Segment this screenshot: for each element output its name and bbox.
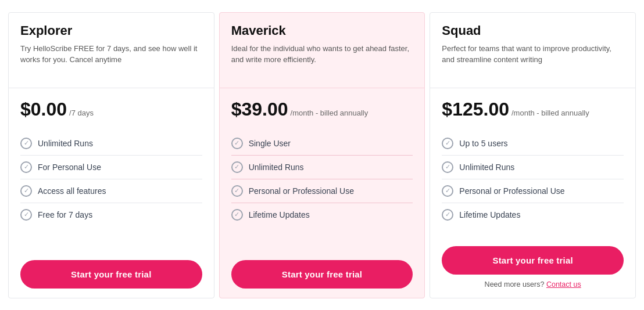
plan-description-explorer: Try HelloScribe FREE for 7 days, and see… — [20, 43, 202, 66]
list-item: ✓Unlimited Runs — [442, 155, 624, 179]
feature-label: Unlimited Runs — [38, 139, 93, 148]
list-item: ✓Lifetime Updates — [442, 203, 624, 226]
plan-body-explorer: $0.00/7 days✓Unlimited Runs✓For Personal… — [9, 88, 214, 251]
features-list-maverick: ✓Single User✓Unlimited Runs✓Personal or … — [231, 132, 413, 240]
cta-section-squad: Start your free trialNeed more users? Co… — [430, 237, 635, 298]
list-item: ✓Lifetime Updates — [231, 203, 413, 226]
plan-name-explorer: Explorer — [20, 23, 202, 38]
plan-card-squad: SquadPerfect for teams that want to impr… — [430, 12, 636, 298]
feature-label: Lifetime Updates — [249, 210, 310, 219]
features-list-explorer: ✓Unlimited Runs✓For Personal Use✓Access … — [20, 132, 202, 240]
cta-button-squad[interactable]: Start your free trial — [442, 246, 624, 275]
pricing-grid: ExplorerTry HelloScribe FREE for 7 days,… — [6, 10, 638, 301]
check-icon: ✓ — [442, 161, 453, 173]
plan-name-maverick: Maverick — [231, 23, 413, 38]
cta-button-maverick[interactable]: Start your free trial — [231, 260, 413, 289]
plan-card-explorer: ExplorerTry HelloScribe FREE for 7 days,… — [8, 12, 214, 298]
feature-label: For Personal Use — [38, 163, 101, 172]
plan-card-maverick: MaverickIdeal for the individual who wan… — [219, 12, 425, 298]
list-item: ✓Personal or Professional Use — [231, 179, 413, 203]
plan-price-explorer: $0.00/7 days — [20, 99, 202, 120]
plan-header-explorer: ExplorerTry HelloScribe FREE for 7 days,… — [9, 13, 214, 88]
plan-header-maverick: MaverickIdeal for the individual who wan… — [220, 13, 425, 88]
list-item: ✓Up to 5 users — [442, 132, 624, 155]
list-item: ✓Free for 7 days — [20, 203, 202, 226]
list-item: ✓Unlimited Runs — [20, 132, 202, 155]
price-period-maverick: /month - billed annually — [291, 109, 368, 117]
check-icon: ✓ — [231, 138, 243, 149]
list-item: ✓Unlimited Runs — [231, 155, 413, 179]
price-amount-maverick: $39.00 — [231, 99, 288, 120]
check-icon: ✓ — [20, 209, 32, 221]
plan-name-squad: Squad — [442, 23, 624, 38]
feature-label: Unlimited Runs — [459, 163, 514, 172]
feature-label: Access all features — [38, 186, 106, 196]
feature-label: Personal or Professional Use — [249, 186, 354, 196]
features-list-squad: ✓Up to 5 users✓Unlimited Runs✓Personal o… — [442, 132, 624, 226]
plan-description-squad: Perfect for teams that want to improve p… — [442, 43, 624, 66]
check-icon: ✓ — [20, 161, 32, 173]
cta-section-maverick: Start your free trial — [220, 251, 425, 298]
list-item: ✓For Personal Use — [20, 155, 202, 179]
feature-label: Free for 7 days — [38, 210, 92, 219]
plan-description-maverick: Ideal for the individual who wants to ge… — [231, 43, 413, 66]
check-icon: ✓ — [442, 209, 453, 221]
check-icon: ✓ — [231, 185, 243, 197]
price-amount-explorer: $0.00 — [20, 99, 67, 120]
price-amount-squad: $125.00 — [442, 99, 509, 120]
contact-link[interactable]: Contact us — [546, 280, 581, 289]
plan-body-maverick: $39.00/month - billed annually✓Single Us… — [220, 88, 425, 251]
feature-label: Lifetime Updates — [459, 210, 520, 219]
feature-label: Unlimited Runs — [249, 163, 304, 172]
list-item: ✓Personal or Professional Use — [442, 179, 624, 203]
cta-button-explorer[interactable]: Start your free trial — [20, 260, 202, 289]
price-period-squad: /month - billed annually — [511, 109, 589, 117]
check-icon: ✓ — [20, 138, 32, 149]
check-icon: ✓ — [20, 185, 32, 197]
check-icon: ✓ — [442, 185, 453, 197]
check-icon: ✓ — [231, 161, 243, 173]
cta-section-explorer: Start your free trial — [9, 251, 214, 298]
contact-note: Need more users? Contact us — [442, 280, 624, 289]
plan-price-maverick: $39.00/month - billed annually — [231, 99, 413, 120]
plan-body-squad: $125.00/month - billed annually✓Up to 5 … — [430, 88, 635, 237]
feature-label: Personal or Professional Use — [459, 186, 564, 196]
plan-header-squad: SquadPerfect for teams that want to impr… — [430, 13, 635, 88]
plan-price-squad: $125.00/month - billed annually — [442, 99, 624, 120]
check-icon: ✓ — [231, 209, 243, 221]
feature-label: Single User — [249, 139, 291, 148]
list-item: ✓Single User — [231, 132, 413, 155]
price-period-explorer: /7 days — [69, 109, 94, 117]
feature-label: Up to 5 users — [459, 139, 507, 148]
check-icon: ✓ — [442, 138, 453, 149]
list-item: ✓Access all features — [20, 179, 202, 203]
